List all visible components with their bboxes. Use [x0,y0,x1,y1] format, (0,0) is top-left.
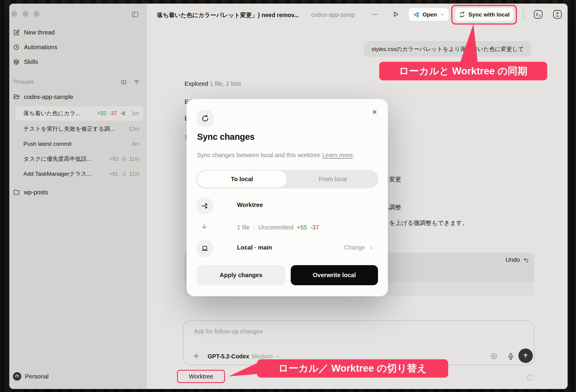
project-name-topbar[interactable]: codex-app-samp [311,11,355,18]
thread-item-selected[interactable]: 落ち着いた色にカラ... +55 -37 1m [15,106,143,121]
chevron-down-icon [440,12,445,17]
thread-title: テストを実行し失敗を修正する調... [23,125,126,133]
plus-icon[interactable] [192,352,200,360]
composer-input[interactable]: Ask for follow-up changes GPT-5.2-Codex … [183,320,535,365]
thread-time: 11m [129,156,139,162]
explored-detail: 1 file, 2 lists [208,80,241,87]
thread-time: 4m [129,141,139,147]
annotation-callout-sync: ローカルと Worktree の同期 [379,62,547,80]
worktree-split-arrow-icon [120,110,126,116]
open-in-editor-button[interactable]: Open [409,8,449,21]
model-name: GPT-5.2-Codex [208,353,249,360]
thread-item[interactable]: タスクに優先度高中低設... +93 -5 11m [15,152,143,166]
occluded-text-fragment: ヽを上げる微調整もできます。 [383,219,468,227]
learn-more-link[interactable]: Learn more [322,152,353,158]
topbar-divider [523,9,524,20]
thread-item[interactable]: テストを実行し失敗を修正する調... 12m [15,122,143,136]
undo-icon [523,257,530,263]
commit-state: Uncommitted [258,224,294,231]
annotation-callout-toggle: ローカル／ Worktree の切り替え [257,359,448,378]
send-button[interactable] [518,349,533,363]
user-message-bubble: styles.cssのカラーパレットをより落ち着いた色に変更して [364,41,532,57]
dialog-description: Sync changes between local and this work… [197,152,355,159]
worktree-row-label: Worktree [237,202,263,208]
model-reasoning-level: Medium [252,353,273,360]
project-name: codex-app-sample [24,94,74,100]
window-zoom-button[interactable] [34,11,40,17]
thread-title: タスクに優先度高中低設... [23,155,106,163]
composer-placeholder: Ask for follow-up changes [194,328,263,335]
threads-section-header: Threads [13,79,140,85]
diff-added-badge: +55 [97,110,106,117]
vscode-icon [413,11,419,18]
close-icon[interactable] [369,106,380,117]
local-icon-circle [196,240,213,257]
window-close-button[interactable] [11,11,17,17]
clock-icon [13,44,20,51]
tab-from-local[interactable]: From local [287,170,378,188]
sidebar-toggle-icon[interactable] [131,10,139,18]
account-button[interactable]: Personal [13,372,49,381]
nav-label: Automations [24,44,57,51]
chevron-down-icon [275,354,280,359]
explored-status-line: Explored 1 file, 2 lists [184,80,241,87]
more-options-icon[interactable] [371,11,379,18]
arrow-down-icon [200,223,208,230]
model-selector[interactable]: GPT-5.2-Codex Medium [208,353,280,360]
thread-title-topbar: 落ち着いた色にカラーパレット変更」} need remov... [157,11,299,19]
folder-icon [13,189,20,196]
laptop-icon [201,244,209,253]
thread-item[interactable]: Add TaskManagerクラス... +91 -2 11m [15,167,143,181]
diff-added-badge: +93 [109,156,118,162]
thread-title: Add TaskManagerクラス... [23,170,106,178]
thread-time: 12m [129,126,139,132]
voice-mode-icon[interactable] [490,352,498,360]
arrow-up-icon [522,352,529,359]
compose-icon [13,29,20,36]
terminal-icon[interactable] [533,9,544,20]
thread-time: 1m [129,110,139,117]
diff-removed-badge: -2 [121,171,126,177]
diff-removed-badge: -37 [310,224,319,231]
change-label: Change [344,244,365,251]
thread-title: Push latest commit [23,141,126,147]
undo-button[interactable]: Undo [506,256,530,263]
chevron-right-icon [369,245,374,250]
local-branch-label: Local · main [237,244,272,251]
file-count: 1 file [237,224,250,231]
window-minimize-button[interactable] [22,11,28,17]
undo-label: Undo [506,256,520,263]
tab-to-local[interactable]: To local [197,170,287,188]
diff-removed-badge: -37 [109,110,117,117]
description-period: . [353,152,355,158]
thread-title: 落ち着いた色にカラ... [23,109,94,117]
diff-removed-badge: -5 [121,156,126,162]
filter-icon[interactable] [134,79,140,85]
description-text: Sync changes between local and this work… [197,152,322,158]
overwrite-local-button[interactable]: Overwrite local [291,265,378,285]
explored-label: Explored [184,80,208,87]
sync-changes-dialog: Sync changes Sync changes between local … [187,99,388,296]
sidebar-item-automations[interactable]: Automations [13,43,142,51]
microphone-icon[interactable] [507,352,515,360]
open-button-label: Open [422,11,437,18]
worktree-target-switcher[interactable]: Worktree [177,370,225,383]
sidebar-item-new-thread[interactable]: New thread [13,28,142,37]
new-folder-icon[interactable] [121,79,127,85]
sidebar-project-wp-posts[interactable]: wp-posts [13,188,142,196]
annotation-highlight-sync-button [451,5,517,25]
sidebar-project-codex-app-sample[interactable]: codex-app-sample [13,93,142,101]
thread-time: 11m [129,171,139,177]
nav-label: Skills [24,58,38,65]
dialog-icon-tile [197,110,213,127]
nav-label: New thread [24,29,55,36]
run-icon[interactable] [392,10,400,18]
box-icon [13,58,20,65]
apply-changes-button[interactable]: Apply changes [197,265,285,285]
refresh-icon [201,114,209,123]
thread-item[interactable]: Push latest commit 4m [15,137,143,151]
dot-separator: · [253,224,255,231]
changes-diff-icon[interactable] [552,9,563,20]
sidebar-item-skills[interactable]: Skills [13,58,142,66]
change-branch-button[interactable]: Change [344,244,374,251]
